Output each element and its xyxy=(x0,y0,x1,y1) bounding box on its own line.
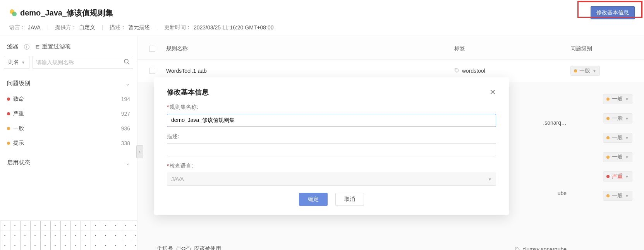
col-level-header: 问题级别 xyxy=(570,45,632,52)
tag-label: wordstool xyxy=(462,68,485,74)
rule-search-input[interactable] xyxy=(36,59,124,65)
level-count: 338 xyxy=(121,140,130,146)
level-pill-label: 一般 xyxy=(579,67,590,74)
meta-updated-label: 更新时间： xyxy=(164,24,191,31)
filter-title: 滤器 xyxy=(7,43,19,50)
info-icon[interactable]: i xyxy=(24,44,29,50)
chevron-down-icon: ⌄ xyxy=(125,80,130,87)
meta-lang-label: 语言： xyxy=(9,24,26,31)
col-name-header: 规则名称 xyxy=(166,45,454,52)
level-pill[interactable]: 一般▼ xyxy=(603,152,632,162)
partial-row-name: 尖括号（"<>"）应该被使用 xyxy=(157,245,221,250)
svg-point-2 xyxy=(124,59,128,63)
page-header: demo_Java_修该值规则集 修改基本信息 语言：JAVA 提供方：自定义 … xyxy=(0,0,644,36)
svg-point-4 xyxy=(456,69,457,70)
level-pill-severe[interactable]: 严重▼ xyxy=(603,171,632,182)
chevron-down-icon: ⌄ xyxy=(125,160,130,166)
row-checkbox[interactable] xyxy=(149,68,155,74)
level-item-fatal[interactable]: 致命 194 xyxy=(7,92,130,106)
level-pill[interactable]: 一般▼ xyxy=(603,113,632,123)
meta-provider-value: 自定义 xyxy=(79,24,95,31)
meta-desc-value: 暂无描述 xyxy=(128,24,150,31)
page-title: demo_Java_修该值规则集 xyxy=(20,8,113,18)
level-count: 936 xyxy=(121,125,130,132)
ruleset-lang-value: JAVA xyxy=(171,176,184,182)
chevron-down-icon: ▼ xyxy=(488,177,492,182)
tag-icon xyxy=(454,68,460,74)
field-name-label: *规则集名称: xyxy=(167,104,496,111)
truncated-tag: ube xyxy=(558,190,567,196)
col-tag-header: 标签 xyxy=(454,45,570,52)
filter-sidebar: 滤器 i 重置过滤项 则名 ▼ 问题级别 ⌄ xyxy=(0,36,137,250)
level-label: 致命 xyxy=(13,96,24,103)
level-count: 194 xyxy=(121,96,130,102)
dot-icon xyxy=(7,142,10,145)
level-pill[interactable]: 一般 ▼ xyxy=(570,66,600,76)
ruleset-icon xyxy=(9,9,17,17)
rule-name-dropdown-label: 则名 xyxy=(8,59,19,66)
section-status-title: 启用状态 xyxy=(7,159,30,166)
modal-cancel-button[interactable]: 取消 xyxy=(335,193,364,206)
meta-updated-value: 2023/03/25 11:16:20 GMT+08:00 xyxy=(194,24,274,31)
level-item-hint[interactable]: 提示 338 xyxy=(7,136,130,151)
truncated-tag: clumsy sonarqube xyxy=(522,246,567,250)
modal-confirm-button[interactable]: 确定 xyxy=(299,193,328,206)
level-label: 一般 xyxy=(13,125,24,132)
level-pill[interactable]: 一般▼ xyxy=(603,191,632,201)
meta-lang-value: JAVA xyxy=(28,24,41,31)
dot-icon xyxy=(7,112,10,115)
sidebar-collapse-handle[interactable]: ‹ xyxy=(136,145,143,158)
row-name: WordsTool.1 aab xyxy=(166,68,454,74)
ruleset-desc-input[interactable] xyxy=(167,143,496,156)
dot-icon xyxy=(7,98,10,101)
edit-basic-info-button[interactable]: 修改基本信息 xyxy=(591,6,635,19)
svg-point-5 xyxy=(516,248,517,249)
level-count: 927 xyxy=(121,111,130,117)
meta-desc-label: 描述： xyxy=(110,24,126,31)
meta-row: 语言：JAVA 提供方：自定义 描述：暂无描述 更新时间：2023/03/25 … xyxy=(9,24,635,31)
chevron-down-icon: ▼ xyxy=(592,69,596,73)
pills-stack: 一般▼ 一般▼ 一般▼ 一般▼ 严重▼ 一般▼ xyxy=(603,94,632,201)
dot-icon xyxy=(574,69,577,72)
truncated-tag: ,sonarq… xyxy=(543,120,567,126)
field-lang-label: *检查语言: xyxy=(167,163,496,170)
level-pill[interactable]: 一般▼ xyxy=(603,133,632,143)
svg-point-1 xyxy=(12,12,17,16)
level-item-normal[interactable]: 一般 936 xyxy=(7,121,130,136)
close-icon[interactable]: ✕ xyxy=(489,87,496,97)
dot-icon xyxy=(7,127,10,130)
section-level-title: 问题级别 xyxy=(7,80,30,87)
level-label: 提示 xyxy=(13,140,24,147)
select-all-checkbox[interactable] xyxy=(149,46,155,52)
section-level-toggle[interactable]: 问题级别 ⌄ xyxy=(7,77,130,89)
reset-filters-link[interactable]: 重置过滤项 xyxy=(35,43,71,50)
level-label: 严重 xyxy=(13,110,24,117)
tag-chip[interactable]: wordstool xyxy=(454,68,485,74)
svg-line-3 xyxy=(128,63,129,64)
ruleset-lang-select[interactable]: JAVA ▼ xyxy=(167,173,496,186)
ruleset-name-input[interactable] xyxy=(167,114,496,127)
level-item-severe[interactable]: 严重 927 xyxy=(7,106,130,121)
search-icon[interactable] xyxy=(124,58,130,66)
section-status-toggle[interactable]: 启用状态 ⌄ xyxy=(7,157,130,169)
table-header: 规则名称 标签 问题级别 xyxy=(137,36,644,59)
edit-basic-info-modal: 修改基本信息 ✕ *规则集名称: 描述: *检查语言: JAVA ▼ 确定 取消 xyxy=(154,77,509,215)
crosshatch-pattern xyxy=(0,221,137,250)
rule-name-dropdown[interactable]: 则名 ▼ xyxy=(4,56,29,69)
chevron-down-icon: ▼ xyxy=(21,60,25,65)
modal-title: 修改基本信息 xyxy=(167,87,209,97)
reset-filters-label: 重置过滤项 xyxy=(42,43,71,50)
meta-provider-label: 提供方： xyxy=(55,24,77,31)
level-pill[interactable]: 一般▼ xyxy=(603,94,632,104)
field-desc-label: 描述: xyxy=(167,133,496,140)
